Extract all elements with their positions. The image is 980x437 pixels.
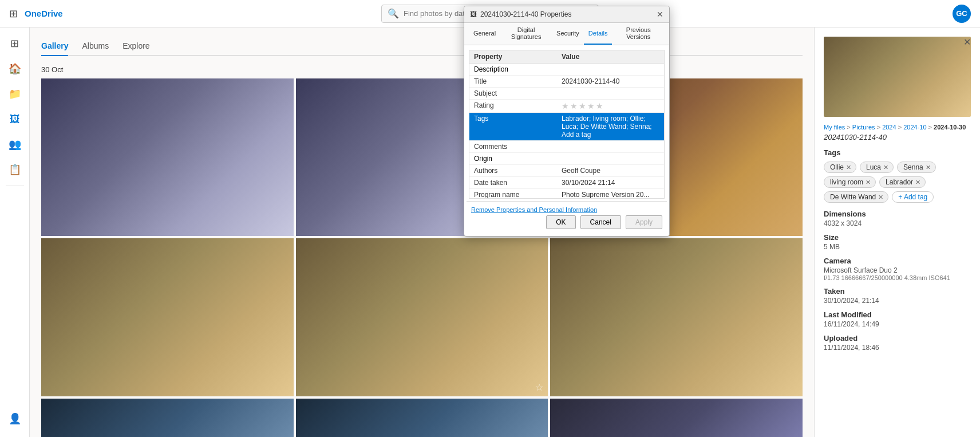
prop-title-label: Title: [469, 76, 557, 88]
dialog-title-text: 20241030-2114-40 Properties: [480, 10, 571, 18]
dialog-close-button[interactable]: ✕: [657, 10, 663, 19]
prop-datetaken-label: Date taken: [469, 177, 557, 189]
dialog-titlebar: 🖼 20241030-2114-40 Properties ✕: [464, 6, 669, 23]
tab-security[interactable]: Security: [552, 23, 584, 45]
remove-properties-link[interactable]: Remove Properties and Personal Informati…: [471, 206, 662, 213]
prop-tags-value[interactable]: Labrador; living room; Ollie; Luca; De W…: [557, 113, 664, 141]
prop-subject-label: Subject: [469, 88, 557, 100]
prop-authors-value[interactable]: Geoff Coupe: [557, 165, 664, 177]
group-row-origin: Origin: [469, 153, 664, 165]
prop-authors-label: Authors: [469, 165, 557, 177]
prop-row-tags[interactable]: Tags Labrador; living room; Ollie; Luca;…: [469, 113, 664, 141]
prop-rating-label: Rating: [469, 100, 557, 113]
dialog-footer: Remove Properties and Personal Informati…: [467, 201, 667, 234]
tab-digital-signatures[interactable]: Digital Signatures: [500, 23, 552, 45]
tab-details[interactable]: Details: [584, 23, 612, 45]
properties-table: Property Value Description Title 2024103…: [469, 50, 664, 199]
prop-tags-label: Tags: [469, 113, 557, 141]
dialog-tabs: General Digital Signatures Security Deta…: [464, 23, 669, 45]
dialog-icon: 🖼: [470, 10, 477, 18]
properties-table-wrapper: Property Value Description Title 2024103…: [469, 50, 665, 199]
group-label-description: Description: [469, 64, 664, 76]
prop-row-title: Title 20241030-2114-40: [469, 76, 664, 88]
prop-row-datetaken: Date taken 30/10/2024 21:14: [469, 177, 664, 189]
prop-rating-value[interactable]: ★★★★★: [557, 100, 664, 113]
dialog-overlay: 🖼 20241030-2114-40 Properties ✕ General …: [0, 0, 980, 437]
group-row-description: Description: [469, 64, 664, 76]
group-label-origin: Origin: [469, 153, 664, 165]
dialog-buttons: OK Cancel Apply: [471, 215, 662, 229]
tab-general[interactable]: General: [469, 23, 500, 45]
col-value: Value: [557, 50, 664, 64]
dialog-body: Property Value Description Title 2024103…: [464, 45, 669, 236]
prop-row-programname: Program name Photo Supreme Version 20...: [469, 189, 664, 199]
apply-button[interactable]: Apply: [626, 215, 662, 229]
cancel-button[interactable]: Cancel: [580, 215, 621, 229]
prop-title-value[interactable]: 20241030-2114-40: [557, 76, 664, 88]
prop-comments-value[interactable]: [557, 141, 664, 153]
tab-previous-versions[interactable]: Previous Versions: [612, 23, 665, 45]
prop-row-authors: Authors Geoff Coupe: [469, 165, 664, 177]
ok-button[interactable]: OK: [546, 215, 575, 229]
properties-dialog: 🖼 20241030-2114-40 Properties ✕ General …: [464, 6, 670, 237]
prop-row-comments: Comments: [469, 141, 664, 153]
rating-stars[interactable]: ★★★★★: [562, 101, 604, 111]
dialog-title: 🖼 20241030-2114-40 Properties: [470, 10, 571, 18]
prop-subject-value[interactable]: [557, 88, 664, 100]
col-property: Property: [469, 50, 557, 64]
prop-programname-value[interactable]: Photo Supreme Version 20...: [557, 189, 664, 199]
prop-comments-label: Comments: [469, 141, 557, 153]
prop-datetaken-value[interactable]: 30/10/2024 21:14: [557, 177, 664, 189]
prop-row-subject: Subject: [469, 88, 664, 100]
prop-programname-label: Program name: [469, 189, 557, 199]
prop-row-rating: Rating ★★★★★: [469, 100, 664, 113]
